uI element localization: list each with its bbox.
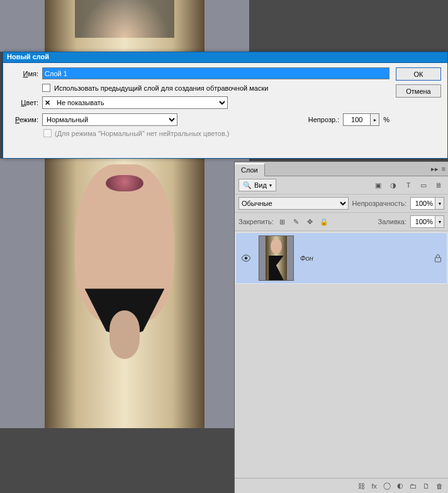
tab-layers[interactable]: Слои <box>235 163 265 176</box>
color-none-icon: ✕ <box>45 99 50 107</box>
new-layer-dialog: Новый слой Имя: Использовать предыдущий … <box>3 52 448 159</box>
panel-opacity-label: Непрозрачность: <box>352 200 406 207</box>
lock-pixels-icon[interactable]: ⊞ <box>277 217 288 227</box>
layer-filter-kind[interactable]: 🔍 Вид ▾ <box>238 179 276 191</box>
opacity-label: Непрозр.: <box>308 116 339 123</box>
filter-adjust-icon[interactable]: ◑ <box>388 179 399 191</box>
color-select[interactable]: Не показывать <box>42 96 228 109</box>
layers-list: Фон <box>235 231 448 477</box>
layers-panel: Слои ▸▸ ≡ 🔍 Вид ▾ ▣ ◑ T ▭ 🗎 Обычные Непр… <box>234 161 448 493</box>
cancel-button[interactable]: Отмена <box>396 84 441 98</box>
new-group-icon[interactable]: 🗀 <box>410 482 417 490</box>
blend-mode-panel-select[interactable]: Обычные <box>238 197 349 210</box>
chevron-down-icon: ▾ <box>269 183 272 188</box>
filter-type-icon[interactable]: T <box>403 179 414 191</box>
panel-menu-icon[interactable]: ≡ <box>439 165 448 173</box>
fill-adjust-icon[interactable]: ◐ <box>397 482 403 490</box>
search-icon: 🔍 <box>243 181 252 190</box>
filter-smart-icon[interactable]: 🗎 <box>433 179 444 191</box>
color-label: Цвет: <box>9 99 38 106</box>
layer-lock-icon <box>434 254 442 263</box>
panel-opacity-input[interactable] <box>410 197 435 210</box>
dialog-title: Новый слой <box>3 52 447 63</box>
opacity-percent: % <box>383 116 389 123</box>
layer-thumbnail[interactable] <box>259 235 294 281</box>
filter-pixel-icon[interactable]: ▣ <box>372 179 384 191</box>
panel-flyout-icon[interactable]: ▸▸ <box>430 165 439 173</box>
eye-icon <box>241 254 251 262</box>
panel-opacity-stepper[interactable]: ▾ <box>435 197 444 210</box>
layer-fx-icon[interactable]: fx <box>371 482 377 490</box>
lock-move-icon[interactable]: ✥ <box>305 217 315 227</box>
canvas-pasteboard <box>0 428 249 493</box>
layer-mask-icon[interactable]: ◯ <box>383 482 391 490</box>
mode-label: Режим: <box>9 116 38 123</box>
lock-all-icon[interactable]: 🔒 <box>319 217 329 227</box>
svg-rect-1 <box>435 258 441 262</box>
ok-button[interactable]: ОК <box>396 67 441 81</box>
fill-label: Заливка: <box>378 218 406 225</box>
neutral-fill-checkbox <box>43 129 52 137</box>
neutral-note: (Для режима "Нормальный" нет нейтральных… <box>55 130 229 137</box>
new-layer-icon[interactable]: 🗋 <box>423 482 430 490</box>
filter-shape-icon[interactable]: ▭ <box>418 179 429 191</box>
fill-input[interactable] <box>410 215 435 228</box>
clipping-mask-label: Использовать предыдущий слой для создани… <box>54 84 268 92</box>
name-label: Имя: <box>9 70 38 77</box>
svg-point-0 <box>245 257 248 260</box>
fill-stepper[interactable]: ▾ <box>435 215 444 228</box>
visibility-toggle[interactable] <box>241 254 252 262</box>
lock-label: Закрепить: <box>238 218 274 225</box>
opacity-input[interactable] <box>343 113 371 126</box>
link-layers-icon[interactable]: ⛓ <box>358 482 365 490</box>
layer-name-input[interactable] <box>42 67 389 79</box>
delete-layer-icon[interactable]: 🗑 <box>436 482 443 490</box>
canvas-image-bottom <box>0 159 249 429</box>
layers-bottom-toolbar: ⛓ fx ◯ ◐ 🗀 🗋 🗑 <box>235 478 448 493</box>
layer-row-background[interactable]: Фон <box>235 232 447 284</box>
canvas-image-top <box>0 0 249 52</box>
lock-brush-icon[interactable]: ✎ <box>291 217 301 227</box>
layer-name-label: Фон <box>300 254 428 262</box>
clipping-mask-checkbox[interactable] <box>42 84 50 92</box>
opacity-stepper[interactable]: ▸ <box>371 113 379 126</box>
blend-mode-select[interactable]: Нормальный <box>42 113 177 126</box>
